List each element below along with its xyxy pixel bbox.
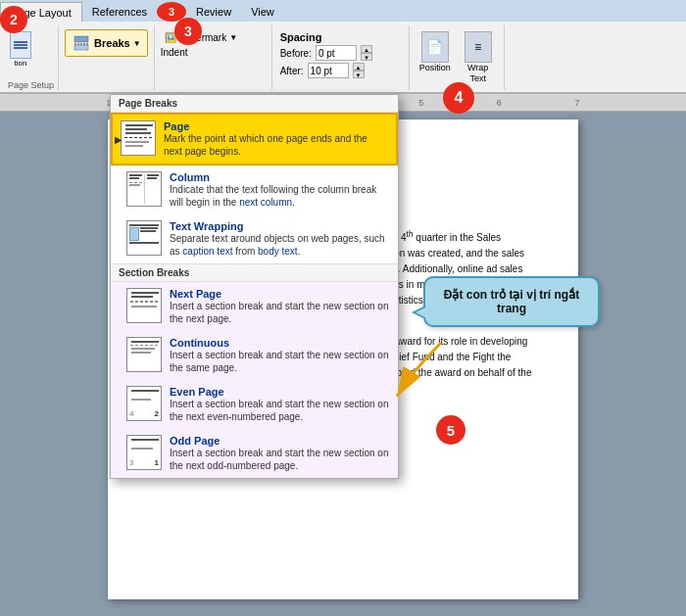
wrap-text-icon: ≡ [465,31,492,63]
even-page-icon: 2 4 [126,386,162,421]
before-spin-up[interactable]: ▲ [361,45,372,53]
page-break-icon [121,120,156,156]
next-page-icon [126,288,162,323]
svg-rect-2 [74,45,88,50]
column-break-text: Column Indicate that the text following … [170,171,390,209]
after-spin-down[interactable]: ▼ [353,71,365,78]
indent-row: Indent [161,46,266,59]
ribbon-tabs: Page Layout References 3 Review View [0,0,686,22]
continuous-title: Continuous [170,337,390,349]
watermark-indent-group: 🖼️ Watermark ▼ Indent [155,25,272,90]
column-title: Column [170,171,390,183]
breaks-group: Breaks ▼ 3 [59,25,155,90]
step-4-bubble: 4 [443,82,474,114]
page-desc: Mark the point at which one page ends an… [164,132,388,158]
before-spinners: ▲ ▼ [361,45,372,61]
text-wrapping-icon [126,220,162,256]
breaks-dropdown-arrow: ▼ [133,39,141,48]
odd-page-icon: 1 3 [126,435,162,470]
spacing-group: Spacing Before: ▲ ▼ After: ▲ ▼ [272,25,410,90]
text-wrapping-title: Text Wrapping [170,220,390,232]
tab-references[interactable]: References [82,2,157,22]
arrow-indicator: ▶ [115,134,122,145]
menu-item-page[interactable]: ▶ Page Mark the point at which one page … [111,113,398,166]
text-wrapping-text: Text Wrapping Separate text around objec… [170,220,390,258]
wrap-text-label: Wrap Text [463,63,494,84]
position-btn[interactable]: 📄 Position [416,29,455,74]
column-break-icon [126,171,162,207]
svg-rect-0 [74,36,88,42]
callout-arrow [382,333,461,411]
callout-tooltip: Đặt con trỏ tại vị trí ngắt trang [423,276,600,327]
wrap-text-btn[interactable]: ≡ Wrap Text [459,29,498,86]
next-page-desc: Insert a section break and start the new… [170,300,390,325]
menu-item-even-page[interactable]: 2 4 Even Page Insert a section break and… [111,380,398,429]
indent-label: Indent [161,47,188,58]
after-spinners: ▲ ▼ [353,63,365,78]
menu-item-odd-page[interactable]: 1 3 Odd Page Insert a section break and … [111,429,398,478]
ribbon-body: 2 tion Page Setup Breaks [0,22,686,94]
position-label: Position [419,63,451,72]
tab-view[interactable]: View [241,2,284,22]
continuous-icon [126,337,162,372]
breaks-icon [72,33,91,53]
odd-page-text: Odd Page Insert a section break and star… [170,435,390,472]
section-breaks-section-title: Section Breaks [111,263,398,282]
page-title: Page [164,120,388,132]
breaks-dropdown-menu: Page Breaks ▶ Page Mark the point at whi… [110,94,399,479]
ribbon-group-page-setup: 2 tion Page Setup [4,25,59,90]
step-2-bubble: 2 [0,6,27,33]
menu-item-text-wrapping[interactable]: Text Wrapping Separate text around objec… [111,214,398,263]
before-input[interactable] [316,45,357,61]
menu-item-column[interactable]: Column Indicate that the text following … [111,166,398,214]
callout-text: Đặt con trỏ tại vị trí ngắt trang [439,288,584,315]
page-break-text: Page Mark the point at which one page en… [164,120,388,158]
margins-btn[interactable]: tion [8,29,33,70]
continuous-desc: Insert a section break and start the new… [170,349,390,374]
page-breaks-section-title: Page Breaks [111,95,398,113]
after-input[interactable] [308,63,349,78]
continuous-text: Continuous Insert a section break and st… [170,337,390,374]
even-page-title: Even Page [170,386,390,398]
before-spin-down[interactable]: ▼ [361,53,372,61]
position-icon: 📄 [421,31,449,63]
even-page-desc: Insert a section break and start the new… [170,398,390,423]
spacing-before-row: Before: ▲ ▼ [280,45,401,61]
after-spin-up[interactable]: ▲ [353,63,365,71]
page-setup-icons: tion [8,29,54,70]
breaks-btn[interactable]: Breaks ▼ [65,29,148,57]
odd-page-desc: Insert a section break and start the new… [170,447,390,472]
spacing-title: Spacing [280,31,401,43]
page-setup-label: Page Setup [8,80,54,90]
before-label: Before: [280,48,312,59]
arrange-group: 📄 Position 4 ≡ Wrap Text [410,25,505,90]
breaks-label: Breaks [94,37,130,49]
step-3-bubble: 3 [174,18,202,45]
even-page-text: Even Page Insert a section break and sta… [170,386,390,423]
next-page-text: Next Page Insert a section break and sta… [170,288,390,325]
menu-item-next-page[interactable]: Next Page Insert a section break and sta… [111,282,398,331]
text-wrapping-desc: Separate text around objects on web page… [170,232,390,258]
next-page-title: Next Page [170,288,390,300]
menu-item-continuous[interactable]: Continuous Insert a section break and st… [111,331,398,380]
column-desc: Indicate that the text following the col… [170,183,390,209]
step-5-bubble: 5 [436,415,466,445]
odd-page-title: Odd Page [170,435,390,447]
spacing-after-row: After: ▲ ▼ [280,63,401,78]
after-label: After: [280,66,304,76]
watermark-dropdown: ▼ [229,33,237,42]
